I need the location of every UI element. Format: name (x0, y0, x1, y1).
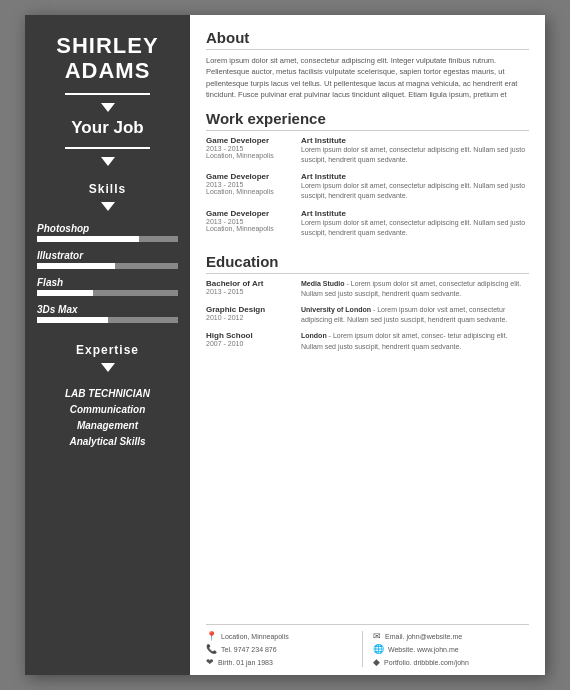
edu-desc: London - Lorem ipsum dolor sit amet, con… (301, 331, 529, 351)
table-row: Game Developer 2013 - 2015 Location, Min… (206, 209, 529, 238)
table-row: Graphic Design 2010 - 2012 University of… (206, 305, 529, 325)
edu-desc: University of London - Lorem ipsum dolor… (301, 305, 529, 325)
footer-email-text: Email. john@website.me (385, 633, 462, 640)
phone-icon: 📞 (206, 644, 217, 654)
work-date: 2013 - 2015 (206, 218, 295, 225)
footer-phone-text: Tel. 9747 234 876 (221, 646, 277, 653)
work-date: 2013 - 2015 (206, 145, 295, 152)
table-row: Bachelor of Art 2013 - 2015 Media Studio… (206, 279, 529, 299)
footer-birth: ❤ Birth. 01 jan 1983 (206, 657, 362, 667)
footer-portfolio: ◆ Portfolio. dribbble.com/john (373, 657, 529, 667)
footer-website: 🌐 Website. www.john.me (373, 644, 529, 654)
skill-bar-fill (37, 263, 115, 269)
footer-email: ✉ Email. john@website.me (373, 631, 529, 641)
skill-label: Illustrator (37, 250, 178, 261)
work-location: Location, Minneapolis (206, 225, 295, 232)
expertise-management: Management (37, 420, 178, 431)
skills-heading: Skills (89, 182, 126, 196)
work-heading: Work experience (206, 110, 529, 131)
work-section: Work experience Game Developer 2013 - 20… (206, 110, 529, 245)
edu-degree: Bachelor of Art (206, 279, 295, 288)
skill-bar-bg (37, 236, 178, 242)
skill-flash: Flash (37, 277, 178, 296)
skill-bar-fill (37, 317, 108, 323)
footer-location: 📍 Location, Minneapolis (206, 631, 362, 641)
location-icon: 📍 (206, 631, 217, 641)
expertise-communication: Communication (37, 404, 178, 415)
email-icon: ✉ (373, 631, 381, 641)
edu-degree: High School (206, 331, 295, 340)
candidate-name: SHIRLEY ADAMS (56, 33, 158, 84)
work-desc: Lorem ipsum dolor sit amet, consectetur … (301, 181, 529, 201)
skill-photoshop: Photoshop (37, 223, 178, 242)
triangle-skills (101, 202, 115, 211)
edu-degree: Graphic Design (206, 305, 295, 314)
sidebar: SHIRLEY ADAMS Your Job Skills Photoshop … (25, 15, 190, 675)
skill-bar-fill (37, 236, 139, 242)
portfolio-icon: ◆ (373, 657, 380, 667)
skills-list: Photoshop Illustrator Flash 3Ds Max (37, 223, 178, 331)
triangle-expertise (101, 363, 115, 372)
skill-bar-bg (37, 263, 178, 269)
footer-website-text: Website. www.john.me (388, 646, 459, 653)
footer-left: 📍 Location, Minneapolis 📞 Tel. 9747 234 … (206, 631, 362, 667)
skill-bar-bg (37, 317, 178, 323)
skill-label: Flash (37, 277, 178, 288)
job-title: Your Job (71, 118, 143, 138)
expertise-heading: Expertise (76, 343, 139, 357)
about-section: About Lorem ipsum dolor sit amet, consec… (206, 29, 529, 110)
expertise-analytical: Analytical Skills (37, 436, 178, 447)
work-company: Art Institute (301, 172, 529, 181)
education-section: Education Bachelor of Art 2013 - 2015 Me… (206, 253, 529, 358)
footer-phone: 📞 Tel. 9747 234 876 (206, 644, 362, 654)
skill-bar-bg (37, 290, 178, 296)
skill-bar-fill (37, 290, 93, 296)
work-title: Game Developer (206, 209, 295, 218)
work-company: Art Institute (301, 136, 529, 145)
birth-icon: ❤ (206, 657, 214, 667)
work-desc: Lorem ipsum dolor sit amet, consectetur … (301, 145, 529, 165)
edu-date: 2010 - 2012 (206, 314, 295, 321)
about-heading: About (206, 29, 529, 50)
skill-label: Photoshop (37, 223, 178, 234)
edu-date: 2007 - 2010 (206, 340, 295, 347)
footer-birth-text: Birth. 01 jan 1983 (218, 659, 273, 666)
expertise-lab: LAB TECHNICIAN (37, 388, 178, 399)
expertise-list: LAB TECHNICIAN Communication Management … (37, 388, 178, 452)
skill-illustrator: Illustrator (37, 250, 178, 269)
skill-label: 3Ds Max (37, 304, 178, 315)
work-company: Art Institute (301, 209, 529, 218)
edu-date: 2013 - 2015 (206, 288, 295, 295)
main-content: About Lorem ipsum dolor sit amet, consec… (190, 15, 545, 675)
triangle-divider (101, 103, 115, 112)
footer-portfolio-text: Portfolio. dribbble.com/john (384, 659, 469, 666)
about-text: Lorem ipsum dolor sit amet, consectetur … (206, 55, 529, 100)
footer: 📍 Location, Minneapolis 📞 Tel. 9747 234 … (206, 624, 529, 667)
footer-right: ✉ Email. john@website.me 🌐 Website. www.… (362, 631, 529, 667)
edu-desc: Media Studio - Lorem ipsum dolor sit ame… (301, 279, 529, 299)
work-title: Game Developer (206, 172, 295, 181)
work-location: Location, Minneapolis (206, 188, 295, 195)
table-row: High School 2007 - 2010 London - Lorem i… (206, 331, 529, 351)
skill-3dsmax: 3Ds Max (37, 304, 178, 323)
work-title: Game Developer (206, 136, 295, 145)
website-icon: 🌐 (373, 644, 384, 654)
work-desc: Lorem ipsum dolor sit amet, consectetur … (301, 218, 529, 238)
work-date: 2013 - 2015 (206, 181, 295, 188)
triangle-divider-2 (101, 157, 115, 166)
table-row: Game Developer 2013 - 2015 Location, Min… (206, 136, 529, 165)
footer-location-text: Location, Minneapolis (221, 633, 289, 640)
table-row: Game Developer 2013 - 2015 Location, Min… (206, 172, 529, 201)
work-location: Location, Minneapolis (206, 152, 295, 159)
edu-heading: Education (206, 253, 529, 274)
